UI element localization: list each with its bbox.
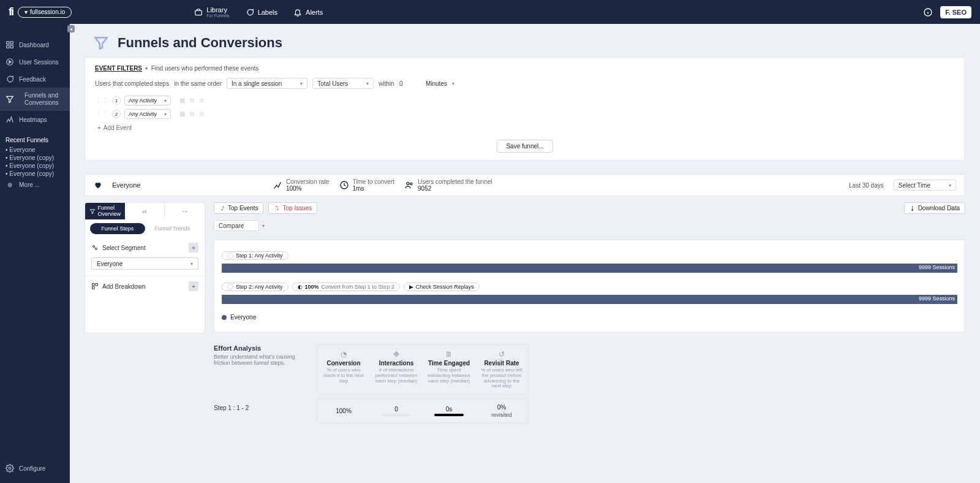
- nav-alerts[interactable]: Alerts: [293, 6, 323, 18]
- segment-name: Everyone: [112, 181, 140, 189]
- chevron-down-icon: ▾: [452, 81, 454, 86]
- add-breakdown-label: Add Breakdown: [102, 283, 146, 290]
- play-icon: [6, 58, 14, 66]
- svg-point-10: [410, 183, 412, 184]
- sidebar-item-sessions[interactable]: User Sessions: [0, 53, 70, 70]
- recent-funnel-item[interactable]: Everyone (copy): [6, 154, 64, 162]
- nav-labels[interactable]: Labels: [246, 6, 277, 18]
- top-issues-button[interactable]: ⭝ Top Issues: [268, 202, 317, 214]
- download-data-button[interactable]: ⭳ Download Data: [904, 202, 965, 214]
- tab-middle[interactable]: ⇄: [125, 203, 165, 219]
- filters-title: EVENT FILTERS: [95, 65, 142, 72]
- heart-icon: [94, 181, 102, 189]
- org-switcher[interactable]: ▾ fullsession.io: [18, 7, 72, 18]
- legend-dot-icon: [222, 315, 227, 320]
- step-label: Step 2: Any Activity: [222, 283, 288, 291]
- legend-label: Everyone: [230, 314, 256, 321]
- sidebar-item-funnels[interactable]: Funnels and Conversions: [0, 88, 70, 111]
- metric-value: 0: [394, 406, 398, 413]
- add-segment-button[interactable]: +: [189, 243, 198, 253]
- info-icon[interactable]: [923, 7, 933, 17]
- recent-funnel-item[interactable]: Everyone (copy): [6, 170, 64, 178]
- svg-rect-0: [195, 10, 202, 15]
- chevron-down-icon: ▾: [262, 223, 265, 229]
- bell-icon: [293, 8, 302, 17]
- tab-right[interactable]: ⊶: [165, 203, 205, 219]
- stat-time-convert: Time to convert1ms: [339, 178, 395, 192]
- add-breakdown-button[interactable]: +: [189, 281, 198, 291]
- svg-rect-14: [96, 284, 98, 286]
- flow-icon: ⇄: [142, 208, 147, 215]
- filter-icon[interactable]: ▦: [179, 97, 185, 104]
- app-logo: fi: [9, 6, 13, 18]
- funnel-icon: [6, 95, 14, 104]
- drag-handle-icon[interactable]: ⋮⋮: [95, 97, 108, 105]
- tab-funnel-overview[interactable]: FunnelOverview: [85, 203, 125, 219]
- add-event-button[interactable]: + Add Event: [97, 124, 955, 131]
- sidebar-item-feedback[interactable]: Feedback: [0, 70, 70, 88]
- sidebar-item-configure[interactable]: Configure: [0, 460, 70, 477]
- nav-library[interactable]: Library For Funnels: [194, 6, 229, 18]
- chart-up-icon: [273, 180, 282, 190]
- within-unit-select[interactable]: Minutes▾: [421, 78, 459, 89]
- effort-desc: Better understand what's causing frictio…: [214, 354, 304, 366]
- sidebar-item-dashboard[interactable]: Dashboard: [0, 36, 70, 53]
- copy-icon[interactable]: ⧉: [190, 97, 194, 104]
- sparkline-bar: [434, 414, 464, 416]
- funnel-bar-step2[interactable]: 9999 Sessions: [222, 295, 957, 304]
- recent-funnel-item[interactable]: Everyone (copy): [6, 162, 64, 170]
- nav-labels-label: Labels: [258, 9, 277, 16]
- pill-funnel-steps[interactable]: Funnel Steps: [90, 223, 145, 234]
- metric-value: 0s: [446, 406, 453, 413]
- delete-icon[interactable]: ⊘: [199, 110, 204, 118]
- breakdown-icon: [91, 283, 99, 290]
- recent-funnels-title: Recent Funnels: [0, 128, 70, 146]
- spark-up-icon: ⭜: [219, 205, 225, 211]
- collapse-sidebar-icon[interactable]: ◂: [67, 25, 75, 32]
- step-label: Step 1: Any Activity: [222, 251, 288, 260]
- sparkline-bar: [382, 414, 411, 416]
- step-number: 1: [112, 96, 121, 105]
- configure-label: Configure: [19, 465, 45, 472]
- play-circle-icon: ▶: [409, 284, 413, 290]
- effort-metric-header: ◔Conversion% of users who made it to the…: [317, 344, 529, 395]
- message-icon: [6, 75, 14, 83]
- org-name: fullsession.io: [30, 9, 65, 15]
- user-menu[interactable]: F. SEO: [940, 6, 971, 18]
- users-icon: [404, 180, 414, 190]
- top-events-button[interactable]: ⭜ Top Events: [214, 202, 263, 214]
- conversion-icon: ◐: [298, 284, 303, 290]
- step-activity-select[interactable]: Any Activity▾: [124, 96, 171, 105]
- funnel-chart: Step 1: Any Activity 9999 Sessions Step …: [214, 240, 965, 332]
- save-funnel-button[interactable]: Save funnel...: [497, 140, 552, 153]
- segment-select[interactable]: Everyone▾: [91, 257, 198, 270]
- funnel-icon: [93, 35, 109, 51]
- pill-funnel-trends[interactable]: Funnel Trends: [145, 223, 200, 234]
- copy-icon[interactable]: ⧉: [190, 110, 194, 118]
- time-range-select[interactable]: Select Time▾: [894, 180, 956, 191]
- step-activity-select[interactable]: Any Activity▾: [124, 109, 171, 119]
- select-segment-label: Select Segment: [102, 245, 146, 251]
- funnel-bar-step1[interactable]: 9999 Sessions: [222, 264, 957, 273]
- chevron-down-icon: ▾: [164, 112, 167, 117]
- filters-subtitle: Find users who performed these events: [151, 65, 259, 72]
- within-value[interactable]: 0: [399, 80, 417, 87]
- nav-library-label: Library: [206, 6, 229, 13]
- sidebar-item-heatmaps[interactable]: Heatmaps: [0, 111, 70, 128]
- compare-select[interactable]: Compare▾: [214, 220, 259, 231]
- delete-icon[interactable]: ⊘: [199, 97, 204, 104]
- session-scope-select[interactable]: In a single session▾: [227, 78, 307, 89]
- recent-funnel-item[interactable]: Everyone: [6, 146, 64, 154]
- filter-icon[interactable]: ▦: [179, 110, 185, 118]
- metric-value: 0%: [497, 404, 506, 411]
- check-session-replays[interactable]: ▶ Check Session Replays: [404, 283, 480, 291]
- stat-users-completed: Users completed the funnel9052: [404, 178, 492, 192]
- conversion-icon: ◔: [321, 350, 366, 359]
- drag-handle-icon[interactable]: ⋮⋮: [95, 110, 108, 118]
- chevron-down-icon: ▾: [190, 261, 193, 267]
- date-range-label: Last 30 days: [849, 182, 884, 189]
- recent-more[interactable]: ⊕ More ...: [0, 178, 70, 193]
- step-number: 2: [112, 110, 121, 118]
- user-metric-select[interactable]: Total Users▾: [312, 78, 374, 89]
- page-title: Funnels and Conversions: [118, 35, 282, 51]
